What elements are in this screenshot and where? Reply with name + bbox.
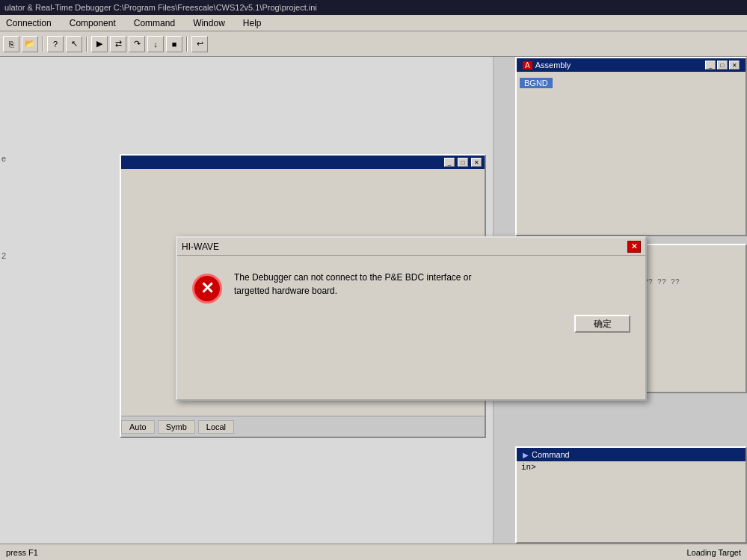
hiwave-close-btn[interactable]: ✕: [627, 241, 641, 253]
toolbar-btn-open[interactable]: 📂: [22, 36, 38, 52]
menu-help[interactable]: Help: [240, 17, 265, 29]
toolbar-sep-3: [186, 37, 188, 52]
assembly-panel: A Assembly _ □ ✕ BGND: [515, 57, 747, 236]
command-prompt-text: in>: [521, 463, 536, 472]
bg-float-tabs: Auto Symb Local: [121, 416, 485, 437]
title-text: ulator & Real-Time Debugger C:\Program F…: [4, 3, 317, 12]
status-bar: press F1 Loading Target: [0, 544, 747, 560]
hiwave-title: HI-WAVE: [182, 241, 219, 252]
error-icon: ✕: [192, 274, 222, 304]
hiwave-body: ✕ The Debugger can not connect to the P&…: [177, 256, 645, 315]
bg-float-minimize-btn[interactable]: _: [444, 158, 455, 167]
menu-command[interactable]: Command: [131, 17, 178, 29]
error-message: The Debugger can not connect to the P&E …: [234, 271, 630, 298]
toolbar-btn-help[interactable]: ?: [47, 36, 64, 52]
toolbar-btn-cursor[interactable]: ↖: [66, 36, 82, 52]
bgnd-tag: BGND: [520, 78, 553, 88]
menu-component[interactable]: Component: [67, 17, 119, 29]
status-left: press F1: [6, 548, 38, 557]
command-icon: ▶: [523, 451, 529, 459]
hiwave-close-icon: ✕: [631, 242, 637, 250]
toolbar-btn-copy[interactable]: ⎘: [3, 36, 19, 52]
hiwave-footer: 确定: [177, 315, 645, 343]
toolbar-btn-stop[interactable]: ■: [166, 36, 182, 52]
menu-window[interactable]: Window: [190, 17, 228, 29]
error-line1: The Debugger can not connect to the P&E …: [234, 271, 630, 284]
title-bar: ulator & Real-Time Debugger C:\Program F…: [0, 0, 747, 15]
tab-local[interactable]: Local: [198, 420, 234, 434]
menu-connection[interactable]: Connection: [3, 17, 55, 29]
left-label-re: e: [1, 154, 6, 163]
hiwave-dialog: HI-WAVE ✕ ✕ The Debugger can not connect…: [176, 236, 647, 401]
assembly-content: BGND: [517, 72, 746, 91]
bg-float-titlebar: _ □ ✕: [121, 156, 485, 169]
error-line2: targetted hardware board.: [234, 284, 630, 298]
assembly-minimize-btn[interactable]: _: [705, 61, 716, 70]
assembly-close-btn[interactable]: ✕: [729, 61, 740, 70]
tab-auto[interactable]: Auto: [121, 420, 155, 434]
bg-float-maximize-btn[interactable]: □: [458, 158, 468, 167]
assembly-titlebar: A Assembly _ □ ✕: [517, 58, 746, 72]
command-title-text: Command: [532, 450, 570, 459]
error-x-symbol: ✕: [200, 279, 214, 298]
command-prompt: in>: [517, 461, 746, 473]
left-label-2: 2: [1, 251, 6, 260]
command-titlebar: ▶ Command: [517, 448, 746, 461]
hiwave-titlebar: HI-WAVE ✕: [177, 238, 645, 256]
status-right: Loading Target: [686, 548, 741, 557]
main-area: e 2 A Assembly _ □ ✕ BGND ?? ?? ?? ?? ??…: [0, 57, 747, 544]
toolbar-btn-run[interactable]: ▶: [91, 36, 108, 52]
tab-symb[interactable]: Symb: [158, 420, 195, 434]
bg-float-close-btn[interactable]: ✕: [471, 158, 482, 167]
toolbar-sep-1: [42, 37, 43, 52]
toolbar-btn-step-into[interactable]: ↓: [147, 36, 164, 52]
toolbar-sep-2: [86, 37, 87, 52]
toolbar-btn-reset[interactable]: ↩: [191, 36, 208, 52]
command-panel: ▶ Command in>: [515, 446, 747, 544]
menu-bar: Connection Component Command Window Help: [0, 15, 747, 31]
toolbar-btn-step[interactable]: ⇄: [110, 36, 126, 52]
assembly-icon: A: [523, 61, 532, 70]
assembly-title: Assembly: [535, 61, 571, 70]
ok-button[interactable]: 确定: [574, 315, 630, 333]
toolbar-btn-step-over[interactable]: ↷: [129, 36, 145, 52]
toolbar: ⎘ 📂 ? ↖ ▶ ⇄ ↷ ↓ ■ ↩: [0, 31, 747, 57]
assembly-maximize-btn[interactable]: □: [717, 61, 728, 70]
